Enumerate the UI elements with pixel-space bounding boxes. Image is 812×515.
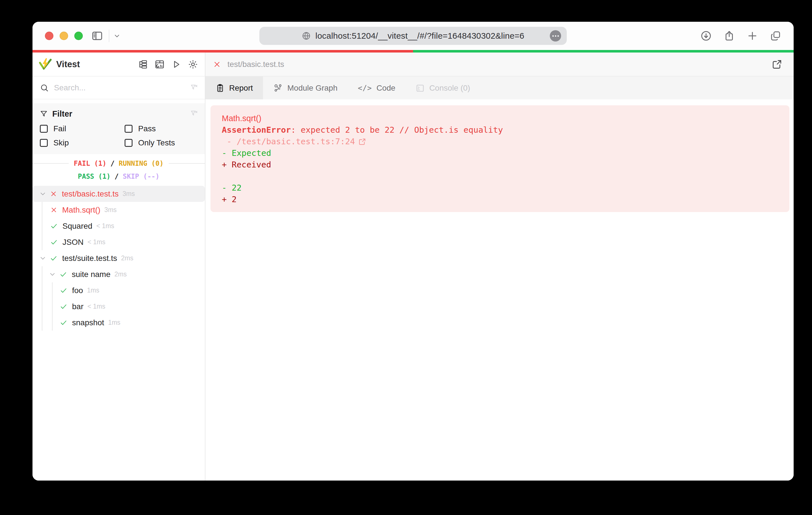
pass-icon bbox=[60, 319, 67, 327]
chevron-down-icon[interactable] bbox=[39, 255, 46, 262]
status-sep: / bbox=[111, 173, 123, 180]
test-name: bar bbox=[72, 302, 83, 311]
filter-checkbox-fail[interactable]: Fail bbox=[40, 124, 124, 133]
ellipsis-icon[interactable] bbox=[550, 30, 561, 41]
tree-item-bar[interactable]: bar< 1ms bbox=[32, 298, 205, 314]
status-text-2: PASS (1) / SKIP (--) bbox=[73, 173, 165, 180]
diff-line-expected: - 22 bbox=[222, 182, 781, 194]
traffic-lights bbox=[45, 32, 83, 40]
status-sep: / bbox=[107, 159, 119, 168]
checkbox[interactable] bbox=[40, 125, 48, 133]
diff-line-expected: - Expected bbox=[222, 147, 781, 159]
tree-item-json[interactable]: JSON< 1ms bbox=[32, 234, 205, 250]
open-stack-location-icon[interactable] bbox=[358, 138, 366, 146]
checkbox-label: Only Tests bbox=[138, 138, 175, 147]
progress-pass-segment bbox=[413, 50, 794, 53]
main-tabs: ReportModule Graph</>CodeConsole (0) bbox=[205, 77, 794, 99]
toolbar-divider bbox=[109, 30, 109, 42]
filter-checkbox-only-tests[interactable]: Only Tests bbox=[124, 138, 198, 147]
filter-panel: Filter FailPassSkipOnly Tests bbox=[32, 103, 205, 154]
test-name: Squared bbox=[62, 222, 92, 231]
checkbox-label: Pass bbox=[138, 124, 156, 133]
test-tree: test/basic.test.ts3msMath.sqrt()3msSquar… bbox=[32, 186, 205, 481]
test-duration: < 1ms bbox=[96, 222, 114, 230]
tab-label: Module Graph bbox=[287, 84, 337, 93]
filter-checkbox-skip[interactable]: Skip bbox=[40, 138, 124, 147]
test-name: JSON bbox=[62, 238, 84, 247]
pass-icon bbox=[60, 303, 67, 310]
pass-icon bbox=[50, 254, 58, 262]
dashboard-icon[interactable] bbox=[154, 59, 165, 69]
error-stack-line: - /test/basic.test.ts:7:24 bbox=[222, 136, 781, 147]
close-window-button[interactable] bbox=[45, 32, 53, 40]
clear-filter-icon bbox=[190, 109, 198, 118]
tab-report[interactable]: Report bbox=[205, 77, 263, 99]
chevron-down-icon[interactable] bbox=[49, 271, 56, 278]
module-graph-icon bbox=[273, 83, 283, 93]
minimize-window-button[interactable] bbox=[60, 32, 68, 40]
share-icon[interactable] bbox=[724, 30, 735, 41]
tree-item-test-suite-test-ts[interactable]: test/suite.test.ts2ms bbox=[32, 250, 205, 266]
tab-label: Console (0) bbox=[429, 84, 470, 93]
url-bar[interactable]: localhost:51204/__vitest__/#/?file=16484… bbox=[259, 27, 567, 45]
chevron-down-icon[interactable] bbox=[39, 190, 46, 198]
tabs-overview-icon[interactable] bbox=[770, 30, 781, 41]
error-panel: Math.sqrt() AssertionError: expected 2 t… bbox=[210, 105, 789, 212]
test-duration: 3ms bbox=[104, 206, 116, 214]
tab-code[interactable]: </>Code bbox=[348, 77, 405, 99]
file-fail-icon bbox=[213, 60, 221, 69]
theme-toggle-icon[interactable] bbox=[188, 59, 198, 69]
sidebar: Vitest Filter FailPassS bbox=[32, 53, 205, 481]
sidebar-toggle-icon[interactable] bbox=[91, 30, 103, 42]
funnel-icon bbox=[40, 110, 48, 118]
browser-toolbar: localhost:51204/__vitest__/#/?file=16484… bbox=[32, 22, 794, 50]
tree-item-foo[interactable]: foo1ms bbox=[32, 282, 205, 298]
code-icon: </> bbox=[358, 84, 372, 92]
status-summary: FAIL (1) / RUNNING (0) PASS (1) / SKIP (… bbox=[32, 157, 205, 183]
app-title: Vitest bbox=[56, 59, 80, 69]
pass-icon bbox=[60, 286, 67, 295]
tree-item-snapshot[interactable]: snapshot1ms bbox=[32, 314, 205, 331]
tree-view-icon[interactable] bbox=[138, 60, 148, 69]
test-name: snapshot bbox=[72, 318, 104, 327]
checkbox[interactable] bbox=[124, 139, 133, 147]
new-tab-icon[interactable] bbox=[747, 30, 758, 41]
fail-icon bbox=[50, 190, 57, 198]
globe-icon bbox=[302, 31, 311, 40]
open-in-editor-icon[interactable] bbox=[772, 59, 782, 70]
pass-icon bbox=[59, 271, 67, 278]
file-header: test/basic.test.ts bbox=[205, 53, 794, 77]
tab-module-graph[interactable]: Module Graph bbox=[263, 77, 348, 99]
test-duration: < 1ms bbox=[88, 238, 106, 246]
status-running: RUNNING (0) bbox=[119, 159, 164, 168]
checkbox-label: Fail bbox=[53, 124, 66, 133]
search-input[interactable] bbox=[54, 83, 185, 92]
chevron-down-icon[interactable] bbox=[113, 32, 121, 39]
checkbox[interactable] bbox=[40, 139, 48, 147]
filter-options: FailPassSkipOnly Tests bbox=[40, 124, 198, 147]
download-icon[interactable] bbox=[700, 30, 712, 41]
run-all-icon[interactable] bbox=[172, 60, 181, 69]
tree-item-squared[interactable]: Squared< 1ms bbox=[32, 218, 205, 234]
tab-console-0: Console (0) bbox=[405, 77, 480, 99]
error-diff: - Expected+ Received - 22+ 2 bbox=[222, 147, 781, 205]
search-row bbox=[32, 77, 205, 99]
tree-item-math-sqrt[interactable]: Math.sqrt()3ms bbox=[32, 202, 205, 218]
search-icon bbox=[40, 83, 49, 92]
checkbox[interactable] bbox=[124, 125, 133, 133]
tree-item-suite-name[interactable]: suite name2ms bbox=[32, 266, 205, 282]
test-name: suite name bbox=[72, 270, 111, 279]
pass-icon bbox=[50, 238, 58, 246]
zoom-window-button[interactable] bbox=[74, 32, 83, 40]
filter-checkbox-pass[interactable]: Pass bbox=[124, 124, 198, 133]
diff-line-blank bbox=[222, 171, 781, 182]
tree-item-test-basic-test-ts[interactable]: test/basic.test.ts3ms bbox=[32, 186, 205, 202]
test-duration: 2ms bbox=[121, 254, 133, 262]
filter-title: Filter bbox=[52, 109, 72, 119]
status-text-1: FAIL (1) / RUNNING (0) bbox=[69, 159, 169, 168]
error-message: AssertionError: expected 2 to be 22 // O… bbox=[222, 124, 781, 136]
status-line-1: FAIL (1) / RUNNING (0) bbox=[32, 157, 205, 170]
progress-fail-segment bbox=[32, 50, 413, 53]
report-content: Math.sqrt() AssertionError: expected 2 t… bbox=[205, 99, 794, 481]
browser-window: localhost:51204/__vitest__/#/?file=16484… bbox=[32, 22, 794, 481]
